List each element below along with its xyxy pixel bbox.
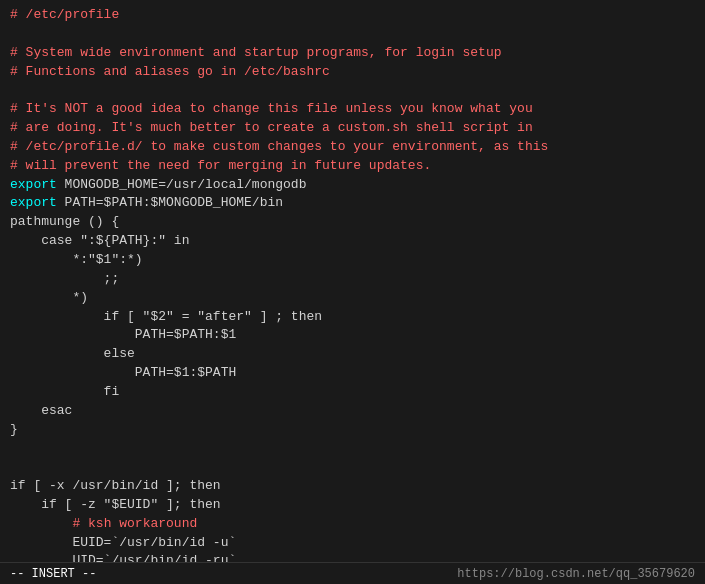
line-4: # Functions and aliases go in /etc/bashr… [10,63,695,82]
line-28: # ksh workaround [10,515,695,534]
line-17: if [ "$2" = "after" ] ; then [10,308,695,327]
editor-container: # /etc/profile # System wide environment… [0,0,705,584]
line-21: fi [10,383,695,402]
editor-mode: -- INSERT -- [10,567,96,581]
line-10: export MONGODB_HOME=/usr/local/mongodb [10,176,695,195]
line-18: PATH=$PATH:$1 [10,326,695,345]
line-24 [10,439,695,458]
line-30: UID=`/usr/bin/id -ru` [10,552,695,562]
line-5 [10,81,695,100]
line-19: else [10,345,695,364]
line-8: # /etc/profile.d/ to make custom changes… [10,138,695,157]
code-area[interactable]: # /etc/profile # System wide environment… [0,0,705,562]
line-9: # will prevent the need for merging in f… [10,157,695,176]
line-27: if [ -z "$EUID" ]; then [10,496,695,515]
line-3: # System wide environment and startup pr… [10,44,695,63]
line-2 [10,25,695,44]
status-bar: -- INSERT -- https://blog.csdn.net/qq_35… [0,562,705,584]
line-11: export PATH=$PATH:$MONGODB_HOME/bin [10,194,695,213]
line-16: *) [10,289,695,308]
line-6: # It's NOT a good idea to change this fi… [10,100,695,119]
line-29: EUID=`/usr/bin/id -u` [10,534,695,553]
line-20: PATH=$1:$PATH [10,364,695,383]
line-15: ;; [10,270,695,289]
line-14: *:"$1":*) [10,251,695,270]
line-22: esac [10,402,695,421]
line-12: pathmunge () { [10,213,695,232]
line-26: if [ -x /usr/bin/id ]; then [10,477,695,496]
line-25 [10,458,695,477]
line-13: case ":${PATH}:" in [10,232,695,251]
watermark: https://blog.csdn.net/qq_35679620 [457,567,695,581]
line-1: # /etc/profile [10,6,695,25]
line-7: # are doing. It's much better to create … [10,119,695,138]
line-23: } [10,421,695,440]
